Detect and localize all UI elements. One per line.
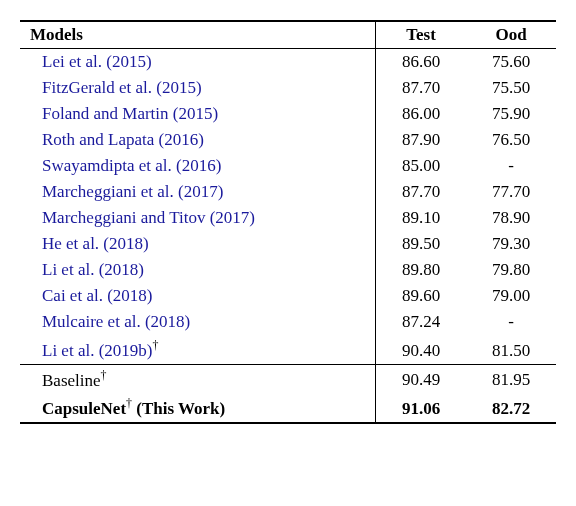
citation-link[interactable]: FitzGerald et al. (2015)	[42, 78, 202, 97]
cite-label: Foland and Martin	[42, 104, 169, 123]
header-models: Models	[20, 21, 376, 49]
cite-label: He et al.	[42, 234, 99, 253]
baseline-row: Baseline† 90.49 81.95	[20, 364, 556, 393]
cite-year: 2018	[113, 286, 147, 305]
cite-label: Li et al.	[42, 260, 94, 279]
table-row: He et al. (2018) 89.50 79.30	[20, 231, 556, 257]
table-row: Li et al. (2018) 89.80 79.80	[20, 257, 556, 283]
cell-test: 86.60	[376, 49, 467, 76]
results-table: Models Test Ood Lei et al. (2015) 86.60 …	[20, 20, 556, 424]
cell-ood: 79.80	[466, 257, 556, 283]
cell-test: 89.10	[376, 205, 467, 231]
thiswork-row: CapsuleNet† (This Work) 91.06 82.72	[20, 393, 556, 423]
dagger-icon: †	[126, 396, 132, 410]
cell-ood: 75.50	[466, 75, 556, 101]
cite-label: Cai et al.	[42, 286, 103, 305]
cell-ood: 81.95	[466, 364, 556, 393]
cell-ood: 75.90	[466, 101, 556, 127]
cite-year: 2017	[215, 208, 249, 227]
cite-year: 2018	[109, 234, 143, 253]
cell-test: 90.49	[376, 364, 467, 393]
cell-test: 87.24	[376, 309, 467, 335]
cite-label: Swayamdipta et al.	[42, 156, 172, 175]
cell-ood: 75.60	[466, 49, 556, 76]
citation-link[interactable]: He et al. (2018)	[42, 234, 149, 253]
cell-ood: 79.00	[466, 283, 556, 309]
table-row: Swayamdipta et al. (2016) 85.00 -	[20, 153, 556, 179]
cell-test: 91.06	[376, 393, 467, 423]
table-row: Lei et al. (2015) 86.60 75.60	[20, 49, 556, 76]
citation-link[interactable]: Lei et al. (2015)	[42, 52, 152, 71]
cell-ood: 81.50	[466, 335, 556, 364]
cell-test: 87.70	[376, 179, 467, 205]
cell-test: 89.50	[376, 231, 467, 257]
cell-test: 90.40	[376, 335, 467, 364]
citation-link[interactable]: Cai et al. (2018)	[42, 286, 153, 305]
cite-year: 2016	[164, 130, 198, 149]
cell-ood: 82.72	[466, 393, 556, 423]
cell-ood: -	[466, 153, 556, 179]
cell-ood: 78.90	[466, 205, 556, 231]
cite-label: Mulcaire et al.	[42, 312, 141, 331]
cell-ood: -	[466, 309, 556, 335]
dagger-icon: †	[153, 338, 159, 352]
cell-test: 87.70	[376, 75, 467, 101]
cell-test: 87.90	[376, 127, 467, 153]
citation-link[interactable]: Li et al. (2018)	[42, 260, 144, 279]
cell-ood: 77.70	[466, 179, 556, 205]
cell-test: 89.80	[376, 257, 467, 283]
cite-label: Lei et al.	[42, 52, 102, 71]
cite-label: Marcheggiani et al.	[42, 182, 174, 201]
cite-year: 2015	[112, 52, 146, 71]
citation-link[interactable]: Marcheggiani et al. (2017)	[42, 182, 223, 201]
table-row: Mulcaire et al. (2018) 87.24 -	[20, 309, 556, 335]
table-row: Roth and Lapata (2016) 87.90 76.50	[20, 127, 556, 153]
cite-year: 2018	[104, 260, 138, 279]
citation-link[interactable]: Mulcaire et al. (2018)	[42, 312, 190, 331]
cell-ood: 79.30	[466, 231, 556, 257]
cite-year: 2016	[182, 156, 216, 175]
citation-link[interactable]: Li et al. (2019b)	[42, 341, 153, 360]
cell-test: 89.60	[376, 283, 467, 309]
table-row: Foland and Martin (2015) 86.00 75.90	[20, 101, 556, 127]
cite-year: 2018	[151, 312, 185, 331]
citation-link[interactable]: Swayamdipta et al. (2016)	[42, 156, 221, 175]
header-ood: Ood	[466, 21, 556, 49]
cite-label: Marcheggiani and Titov	[42, 208, 205, 227]
table-row: Li et al. (2019b)† 90.40 81.50	[20, 335, 556, 364]
thiswork-label: CapsuleNet	[42, 399, 126, 418]
thiswork-suffix: (This Work)	[136, 399, 225, 418]
cite-label: FitzGerald et al.	[42, 78, 152, 97]
cite-year: 2017	[184, 182, 218, 201]
table-row: Marcheggiani et al. (2017) 87.70 77.70	[20, 179, 556, 205]
baseline-label: Baseline	[42, 370, 101, 389]
cell-test: 85.00	[376, 153, 467, 179]
header-row: Models Test Ood	[20, 21, 556, 49]
cell-ood: 76.50	[466, 127, 556, 153]
cite-year: 2015	[162, 78, 196, 97]
cite-year: 2015	[178, 104, 212, 123]
citation-link[interactable]: Roth and Lapata (2016)	[42, 130, 204, 149]
citation-link[interactable]: Foland and Martin (2015)	[42, 104, 218, 123]
cite-label: Li et al.	[42, 341, 94, 360]
cell-test: 86.00	[376, 101, 467, 127]
dagger-icon: †	[101, 368, 107, 382]
cite-year: 2019b	[104, 341, 147, 360]
citation-link[interactable]: Marcheggiani and Titov (2017)	[42, 208, 255, 227]
table-row: FitzGerald et al. (2015) 87.70 75.50	[20, 75, 556, 101]
table-row: Marcheggiani and Titov (2017) 89.10 78.9…	[20, 205, 556, 231]
header-test: Test	[376, 21, 467, 49]
cite-label: Roth and Lapata	[42, 130, 154, 149]
table-row: Cai et al. (2018) 89.60 79.00	[20, 283, 556, 309]
